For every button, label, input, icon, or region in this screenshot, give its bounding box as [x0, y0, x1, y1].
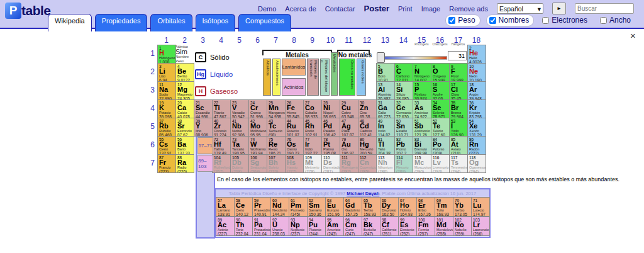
- checkbox-ancho[interactable]: [600, 17, 607, 24]
- element-Be[interactable]: 4BeBerilio9.0122: [175, 63, 194, 82]
- element-Hs[interactable]: 108HsHassio(277): [285, 154, 304, 173]
- element-O[interactable]: 8OOxígeno15.999: [431, 63, 450, 82]
- link-image[interactable]: Image: [421, 5, 441, 13]
- element-Gd[interactable]: 64GdGadolinio157.25: [343, 197, 362, 216]
- element-No[interactable]: 102NoNobelio(259): [453, 216, 472, 236]
- element-Mt[interactable]: 109MtMeitnerio(278): [303, 154, 322, 173]
- element-Ti[interactable]: 22TiTitanio47.867: [212, 99, 231, 118]
- element-Os[interactable]: 76OsOsmio190.23: [285, 136, 304, 155]
- category-actinide[interactable]: Actínidos: [282, 78, 306, 96]
- language-select[interactable]: Español ▾: [497, 3, 543, 14]
- close-icon[interactable]: ×: [630, 30, 636, 41]
- element-Te[interactable]: 52TeTelurio127.60: [431, 118, 450, 137]
- element-Rg[interactable]: 111RgRoentgenio(282): [340, 154, 358, 173]
- element-Ne[interactable]: 10NeNeón20.180: [467, 63, 486, 82]
- element-Am[interactable]: 95AmAmericio(243): [325, 216, 344, 236]
- lanthanide-range-cell[interactable]: 57–71: [197, 137, 213, 154]
- element-Cr[interactable]: 24CrCromo51.996: [248, 99, 267, 118]
- element-Lu[interactable]: 71LuLutecio174.97: [471, 197, 490, 216]
- toggle-ancho[interactable]: Ancho: [597, 15, 635, 26]
- element-U[interactable]: 92UUranio238.03: [270, 216, 289, 236]
- category-nonmetal[interactable]: Otros no metales: [339, 59, 355, 96]
- checkbox-electrones[interactable]: [542, 17, 549, 24]
- category-alkaline[interactable]: Alcalinotérreos: [272, 59, 280, 96]
- element-Sr[interactable]: 38SrEstroncio87.62: [175, 118, 194, 137]
- element-H[interactable]: 1HHidrógeno1.008: [157, 45, 176, 64]
- element-Ni[interactable]: 28NiNíquel58.693: [321, 99, 340, 118]
- element-Kr[interactable]: 36KrKriptón83.798: [467, 99, 486, 118]
- element-Ge[interactable]: 32GeGermanio72.630: [394, 99, 413, 118]
- element-Ce[interactable]: 58CeCerio140.12: [234, 197, 253, 216]
- element-Na[interactable]: 11NaSodio22.990: [157, 81, 176, 100]
- element-V[interactable]: 23VVanadio50.942: [230, 99, 249, 118]
- element-Ga[interactable]: 31GaGalio69.723: [376, 99, 395, 118]
- element-Fe[interactable]: 26FeHierro55.845: [285, 99, 304, 118]
- element-Cs[interactable]: 55CsCesio132.91: [157, 136, 176, 155]
- element-Pt[interactable]: 78PtPlatino195.08: [321, 136, 340, 155]
- tab-propiedades[interactable]: Propiedades: [95, 14, 148, 31]
- toggle-peso[interactable]: Peso: [445, 14, 480, 26]
- element-Ta[interactable]: 73TaTantalio180.95: [230, 136, 249, 155]
- element-P[interactable]: 15PFósforo30.974: [413, 81, 431, 100]
- element-F[interactable]: 9FFlúor18.998: [449, 63, 468, 82]
- checkbox-nombres[interactable]: [489, 17, 496, 24]
- element-Mg[interactable]: 12MgMagnesio24.305: [175, 81, 194, 100]
- element-Mo[interactable]: 42MoMolibdeno95.95: [248, 118, 267, 137]
- element-Fm[interactable]: 100FmFermio(257): [416, 216, 435, 236]
- element-Nd[interactable]: 60NdNeodimio144.24: [270, 197, 289, 216]
- credit-author-link[interactable]: Michael Dayah: [347, 191, 379, 196]
- element-Ir[interactable]: 77IrIridio192.22: [303, 136, 322, 155]
- element-Og[interactable]: 118OgOganesson(294): [467, 154, 486, 173]
- element-Si[interactable]: 14SiSilicio28.085: [394, 81, 413, 100]
- element-Cd[interactable]: 48CdCadmio112.41: [358, 118, 377, 137]
- toggle-nombres[interactable]: Nombres: [486, 14, 535, 26]
- element-Er[interactable]: 68ErErbio167.26: [416, 197, 435, 216]
- element-S[interactable]: 16SAzufre32.06: [431, 81, 450, 100]
- tab-isótopos[interactable]: Isótopos: [196, 14, 236, 31]
- element-Br[interactable]: 35BrBromo79.904: [449, 99, 468, 118]
- toggle-electrones[interactable]: Electrones: [540, 15, 592, 26]
- element-Cm[interactable]: 96CmCurio(247): [343, 216, 362, 236]
- link-demo[interactable]: Demo: [258, 5, 276, 13]
- element-K[interactable]: 19KPotasio39.098: [157, 99, 176, 118]
- tab-orbitales[interactable]: Orbitales: [150, 14, 192, 31]
- link-contactar[interactable]: Contactar: [325, 5, 355, 13]
- element-Xe[interactable]: 54XeXenón131.29: [467, 118, 486, 137]
- element-Ra[interactable]: 88RaRadio(226): [175, 154, 194, 173]
- element-Ru[interactable]: 44RuRutenio101.07: [285, 118, 304, 137]
- element-N[interactable]: 7NNitrógeno14.007: [413, 63, 431, 82]
- element-Ag[interactable]: 47AgPlata107.87: [340, 118, 358, 137]
- element-Tb[interactable]: 65TbTerbio158.93: [362, 197, 380, 216]
- element-Li[interactable]: 3LiLitio6.94: [157, 63, 176, 82]
- element-Ac[interactable]: 89AcActinio(227): [216, 216, 235, 236]
- element-Hf[interactable]: 72HfHafnio178.49: [212, 136, 231, 155]
- element-Al[interactable]: 13AlAluminio26.982: [376, 81, 395, 100]
- element-Rh[interactable]: 45RhRodio102.91: [303, 118, 322, 137]
- element-Ca[interactable]: 20CaCalcio40.078: [175, 99, 194, 118]
- element-B[interactable]: 5BBoro10.81: [376, 63, 395, 82]
- element-Hg[interactable]: 80HgMercurio200.59: [358, 136, 377, 155]
- element-Co[interactable]: 27CoCobalto58.933: [303, 99, 322, 118]
- element-Sc[interactable]: 21ScEscandio44.956: [194, 99, 213, 118]
- element-Th[interactable]: 90ThTorio232.04: [234, 216, 253, 236]
- element-Mc[interactable]: 115McMoscovium(290): [413, 154, 431, 173]
- tab-wikipedia[interactable]: Wikipedia: [48, 14, 92, 31]
- element-Sg[interactable]: 106SgSeaborgio(269): [248, 154, 267, 173]
- element-Po[interactable]: 84PoPolonio(209): [431, 136, 450, 155]
- search-input[interactable]: [575, 3, 634, 14]
- element-Cl[interactable]: 17ClCloro35.45: [449, 81, 468, 100]
- element-Md[interactable]: 101MdMendelevio(258): [435, 216, 453, 236]
- element-Lv[interactable]: 116LvLivermorio(293): [431, 154, 450, 173]
- actinide-range-cell[interactable]: 89–103: [197, 155, 213, 172]
- temperature-slider-track[interactable]: [380, 56, 447, 60]
- element-Dy[interactable]: 66DyDisprosio162.50: [380, 197, 399, 216]
- element-In[interactable]: 49InIndio114.82: [376, 118, 395, 137]
- element-Sm[interactable]: 62SmSamario150.36: [307, 197, 326, 216]
- element-Rf[interactable]: 104RfRutherfordio(267): [212, 154, 231, 173]
- element-Tc[interactable]: 43TcTecnecio(98): [267, 118, 286, 137]
- element-Pu[interactable]: 94PuPlutonio(244): [307, 216, 326, 236]
- element-Nh[interactable]: 113NhNihonium(286): [376, 154, 395, 173]
- element-W[interactable]: 74WWolframio183.84: [248, 136, 267, 155]
- element-Nb[interactable]: 41NbNiobio92.906: [230, 118, 249, 137]
- element-Ar[interactable]: 18ArArgón39.948: [467, 81, 486, 100]
